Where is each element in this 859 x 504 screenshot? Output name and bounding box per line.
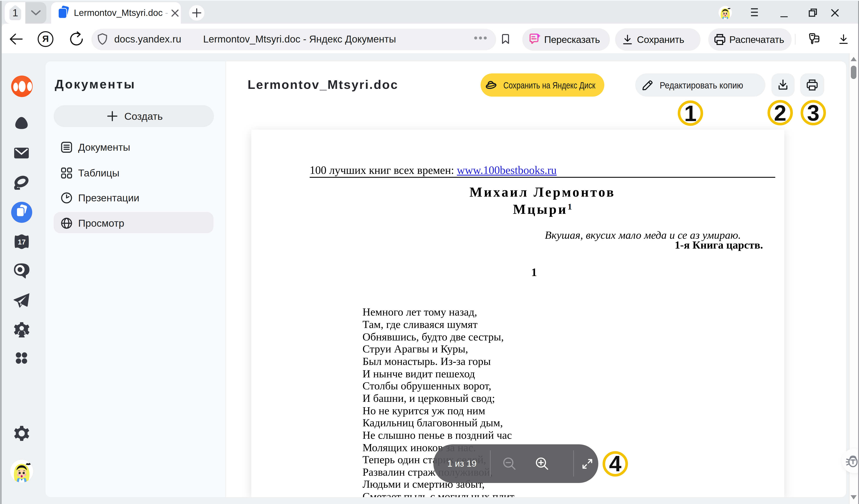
svg-text:17: 17 <box>18 238 26 246</box>
svg-text:Я: Я <box>42 34 49 44</box>
